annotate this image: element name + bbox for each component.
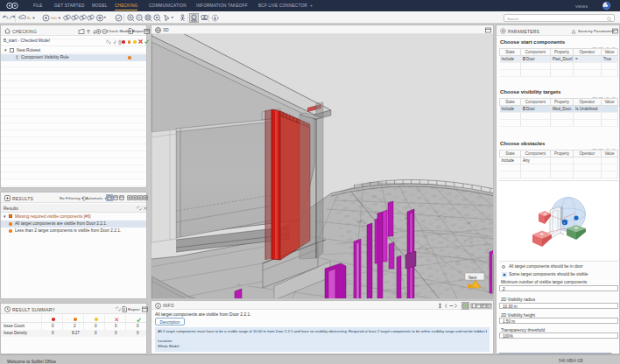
svg-text:Next: Next <box>469 276 477 280</box>
svg-text:i: i <box>564 220 565 225</box>
